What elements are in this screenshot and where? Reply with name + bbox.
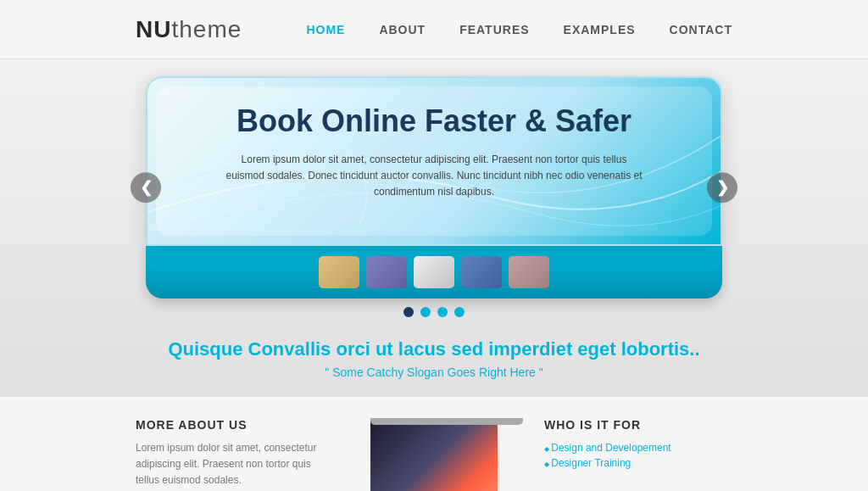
slider-thumb-5[interactable] [509,256,549,288]
about-title: MORE ABOUT US [136,418,324,432]
nav-item-about[interactable]: ABOUT [379,22,426,37]
slider-thumb-4[interactable] [461,256,502,288]
bottom-section: MORE ABOUT US Lorem ipsum dolor sit amet… [0,396,868,491]
slider-text: Lorem ipsum dolor sit amet, consectetur … [222,152,646,201]
who-item-2: Designer Training [544,455,732,471]
logo-light: theme [171,16,242,42]
who-list: Design and Developement Designer Trainin… [544,440,732,471]
slider-prev-button[interactable]: ❮ [131,172,161,203]
dot-4[interactable] [454,307,465,317]
slider-next-button[interactable]: ❯ [707,172,737,203]
laptop-image [370,418,498,491]
tagline-sub: " Some Catchy Slogan Goes Right Here " [0,365,868,379]
nav: HOME ABOUT FEATURES EXAMPLES CONTACT [306,22,732,37]
tagline-main: Quisque Convallis orci ut lacus sed impe… [0,338,868,360]
logo-bold: NU [136,16,171,42]
slider: Book Online Faster & Safer Lorem ipsum d… [146,76,722,246]
dot-3[interactable] [437,307,448,317]
slider-thumb-2[interactable] [366,256,407,288]
about-col: MORE ABOUT US Lorem ipsum dolor sit amet… [136,418,324,491]
slider-thumb-3[interactable] [414,256,454,288]
header: NUtheme HOME ABOUT FEATURES EXAMPLES CON… [0,0,868,59]
dot-1[interactable] [403,307,414,317]
nav-item-examples[interactable]: EXAMPLES [564,22,636,37]
main-content: ❮ Book Online Faster & Safer Lorem ipsum… [0,59,868,396]
nav-item-features[interactable]: FEATURES [459,22,529,37]
taglines: Quisque Convallis orci ut lacus sed impe… [0,317,868,396]
slider-thumb-1[interactable] [319,256,359,288]
slider-thumbnails [146,246,722,299]
nav-item-contact[interactable]: CONTACT [670,22,732,37]
who-title: WHO IS IT FOR [544,418,732,432]
dot-2[interactable] [420,307,431,317]
who-item-1: Design and Developement [544,440,732,455]
who-col: WHO IS IT FOR Design and Developement De… [544,418,732,491]
logo[interactable]: NUtheme [136,16,242,43]
laptop-image-col [358,418,510,491]
slider-container: ❮ Book Online Faster & Safer Lorem ipsum… [146,76,722,317]
nav-item-home[interactable]: HOME [306,22,345,37]
slider-dots [146,307,722,317]
slider-title: Book Online Faster & Safer [198,103,670,139]
about-text: Lorem ipsum dolor sit amet, consectetur … [136,440,324,489]
